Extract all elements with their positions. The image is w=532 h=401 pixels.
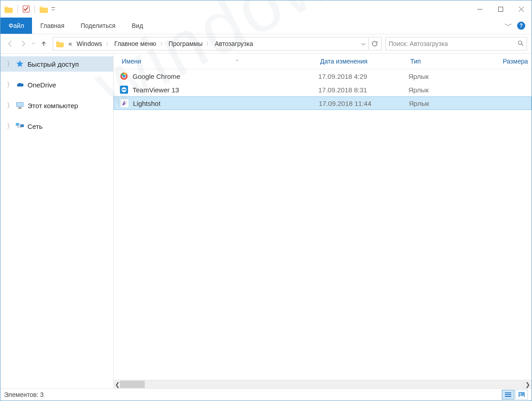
sidebar: 〉 Быстрый доступ 〉 OneDrive 〉 Этот компь…	[0, 54, 114, 388]
chevron-right-icon[interactable]: 〉	[7, 122, 12, 131]
folder-icon	[56, 41, 64, 47]
column-headers: Имени ⌃ Дата изменения Тип Размера	[114, 54, 532, 69]
separator	[18, 5, 18, 13]
maximize-button[interactable]	[490, 2, 511, 16]
breadcrumb[interactable]: Главное меню	[113, 40, 158, 47]
column-header-size[interactable]: Размера	[487, 58, 532, 65]
svg-point-22	[520, 393, 521, 395]
sidebar-item-label: Сеть	[28, 123, 42, 130]
column-header-name[interactable]: Имени ⌃	[114, 58, 320, 65]
tab-share[interactable]: Поделиться	[73, 18, 124, 34]
lightshot-icon	[120, 99, 128, 107]
file-name: TeamViewer 13	[133, 86, 179, 94]
view-details-button[interactable]	[502, 390, 514, 400]
file-type: Ярлык	[409, 100, 486, 107]
nav-history-dropdown[interactable]	[30, 42, 37, 45]
breadcrumb[interactable]: Программы	[167, 40, 205, 47]
file-list: Имени ⌃ Дата изменения Тип Размера Googl…	[114, 54, 532, 388]
search-input[interactable]: Поиск: Автозагрузка	[385, 37, 527, 50]
file-row[interactable]: Google Chrome 17.09.2018 4:29 Ярлык	[114, 69, 532, 83]
star-icon	[16, 60, 24, 68]
svg-rect-1	[51, 7, 55, 8]
breadcrumb[interactable]: Автозагрузка	[213, 40, 255, 47]
svg-rect-6	[17, 103, 23, 106]
svg-rect-7	[18, 107, 21, 108]
file-date: 17.09.2018 4:29	[318, 73, 408, 80]
chevron-right-icon[interactable]: 〉	[7, 81, 12, 89]
horizontal-scrollbar[interactable]: ❮ ❯	[114, 380, 532, 388]
breadcrumb[interactable]: Windows	[75, 40, 104, 47]
svg-rect-16	[123, 89, 125, 90]
ribbon-expand-icon[interactable]: ﹀	[504, 20, 513, 31]
folder-icon[interactable]	[39, 5, 48, 13]
separator	[34, 5, 35, 13]
column-header-date[interactable]: Дата изменения	[320, 58, 410, 65]
file-row[interactable]: Lightshot 17.09.2018 11:44 Ярлык	[114, 96, 532, 110]
chevron-right-icon[interactable]: 〉	[205, 41, 212, 47]
file-type: Ярлык	[408, 73, 485, 80]
svg-rect-9	[16, 123, 19, 126]
search-placeholder: Поиск: Автозагрузка	[389, 40, 448, 47]
chevron-right-icon[interactable]: 〉	[159, 41, 166, 47]
status-count: 3	[40, 391, 44, 398]
svg-rect-2	[477, 9, 482, 9]
sidebar-item-this-pc[interactable]: 〉 Этот компьютер	[0, 98, 113, 113]
svg-rect-3	[498, 7, 503, 11]
nav-up-button[interactable]	[38, 38, 49, 49]
status-label: Элементов:	[4, 391, 38, 398]
search-icon	[518, 40, 524, 48]
svg-rect-18	[505, 392, 511, 393]
chrome-icon	[120, 72, 128, 80]
navigation-bar: « Windows 〉 Главное меню 〉 Программы 〉 А…	[0, 34, 532, 54]
scroll-right-button[interactable]: ❯	[523, 380, 532, 388]
sidebar-item-label: Быстрый доступ	[28, 60, 79, 68]
sidebar-item-quick-access[interactable]: 〉 Быстрый доступ	[0, 56, 113, 72]
chevron-right-icon[interactable]: 〉	[7, 101, 12, 110]
sidebar-item-network[interactable]: 〉 Сеть	[0, 118, 113, 134]
properties-icon[interactable]	[23, 5, 30, 13]
file-date: 17.09.2018 11:44	[319, 100, 409, 107]
view-thumbnails-button[interactable]	[515, 390, 528, 400]
network-icon	[16, 122, 24, 130]
tab-view[interactable]: Вид	[124, 18, 151, 34]
file-type: Ярлык	[408, 86, 485, 94]
sort-indicator-icon: ⌃	[235, 59, 239, 64]
address-dropdown[interactable]	[359, 41, 367, 47]
address-bar[interactable]: « Windows 〉 Главное меню 〉 Программы 〉 А…	[53, 37, 382, 50]
teamviewer-icon	[120, 86, 128, 94]
column-header-type[interactable]: Тип	[410, 58, 487, 65]
nav-forward-button[interactable]	[18, 38, 28, 49]
tab-file[interactable]: Файл	[0, 18, 32, 34]
svg-rect-10	[20, 124, 24, 127]
onedrive-icon	[16, 81, 24, 89]
minimize-button[interactable]	[469, 2, 490, 16]
svg-rect-20	[505, 396, 511, 397]
file-name: Google Chrome	[133, 73, 180, 80]
svg-rect-8	[18, 108, 22, 109]
breadcrumb-prefix[interactable]: «	[67, 40, 74, 47]
scroll-thumb[interactable]	[120, 381, 145, 388]
ribbon: Файл Главная Поделиться Вид ﹀ ?	[0, 18, 532, 34]
qat-dropdown[interactable]	[51, 7, 55, 11]
chevron-right-icon[interactable]: 〉	[7, 60, 12, 68]
sidebar-item-label: Этот компьютер	[28, 102, 78, 109]
sidebar-item-label: OneDrive	[28, 81, 56, 89]
chevron-right-icon[interactable]: 〉	[105, 41, 112, 47]
tab-home[interactable]: Главная	[32, 18, 72, 34]
file-name: Lightshot	[133, 100, 161, 107]
svg-rect-19	[505, 394, 511, 395]
title-bar	[0, 0, 532, 18]
svg-point-4	[518, 41, 522, 44]
file-row[interactable]: TeamViewer 13 17.09.2018 8:31 Ярлык	[114, 83, 532, 96]
computer-icon	[16, 101, 24, 109]
sidebar-item-onedrive[interactable]: 〉 OneDrive	[0, 77, 113, 92]
nav-back-button[interactable]	[5, 38, 16, 49]
help-icon[interactable]: ?	[517, 22, 525, 30]
folder-icon	[4, 5, 13, 13]
status-bar: Элементов: 3	[0, 388, 532, 401]
refresh-button[interactable]	[368, 38, 381, 50]
close-button[interactable]	[511, 2, 532, 16]
file-date: 17.09.2018 8:31	[318, 86, 408, 94]
